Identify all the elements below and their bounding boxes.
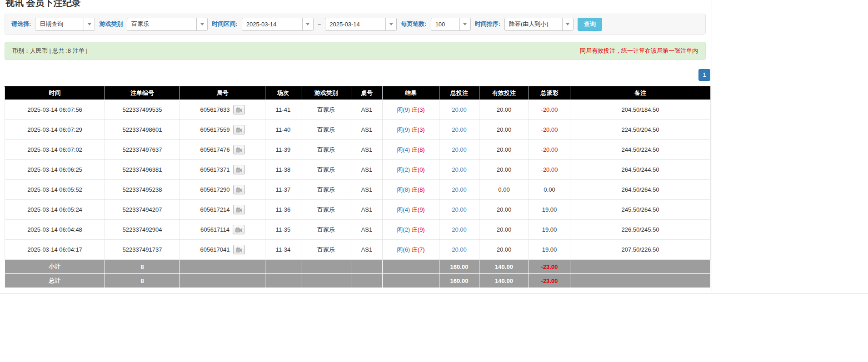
cell-empty bbox=[383, 274, 439, 288]
video-replay-button[interactable] bbox=[233, 165, 245, 174]
page-number-button[interactable]: 1 bbox=[698, 69, 710, 81]
column-header-note: 备注 bbox=[570, 87, 711, 100]
sort-order-select[interactable]: 降幂(由大到小) bbox=[504, 18, 574, 31]
table-row: 2025-03-14 06:07:56522337499535605617633… bbox=[5, 100, 711, 120]
video-camera-icon bbox=[236, 107, 242, 113]
cell-table-no: AS1 bbox=[351, 240, 383, 260]
game-type-select[interactable]: 百家乐 bbox=[127, 18, 208, 31]
chevron-down-icon[interactable] bbox=[562, 18, 573, 30]
cell-empty bbox=[180, 274, 265, 288]
page-size-label: 每页笔数: bbox=[401, 20, 426, 28]
cell-note: 264.50/244.50 bbox=[570, 160, 711, 180]
table-row: 2025-03-14 06:04:17522337491737605617041… bbox=[5, 240, 711, 260]
cell-empty bbox=[301, 274, 351, 288]
cell-result: 闲(6) 庄(7) bbox=[383, 240, 439, 260]
chevron-down-icon[interactable] bbox=[302, 18, 313, 30]
cell-round-id: 605617114 bbox=[180, 220, 265, 240]
cell-total-bet[interactable]: 20.00 bbox=[439, 140, 479, 160]
cell-result: 闲(9) 庄(3) bbox=[383, 120, 439, 140]
cell-empty bbox=[570, 274, 711, 288]
chevron-down-icon[interactable] bbox=[459, 18, 470, 30]
video-replay-button[interactable] bbox=[233, 105, 245, 114]
video-replay-button[interactable] bbox=[233, 225, 244, 234]
cell-bet-id: 522337498601 bbox=[105, 120, 180, 140]
cell-valid-bet: 20.00 bbox=[479, 120, 529, 140]
chevron-down-icon[interactable] bbox=[196, 18, 207, 30]
video-replay-button[interactable] bbox=[233, 125, 245, 134]
video-camera-icon bbox=[236, 127, 242, 133]
chevron-down-icon[interactable] bbox=[385, 18, 396, 30]
result-banker: 庄(9) bbox=[412, 226, 425, 233]
cell-total-bet[interactable]: 20.00 bbox=[439, 200, 479, 220]
cell-round-id: 605617633 bbox=[180, 100, 265, 120]
query-type-value: 日期查询 bbox=[35, 20, 84, 28]
column-header-round-id: 局号 bbox=[180, 87, 265, 100]
cell-round-id: 605617476 bbox=[180, 140, 265, 160]
column-header-table-no: 桌号 bbox=[351, 87, 383, 100]
cell-total-bet[interactable]: 20.00 bbox=[439, 120, 479, 140]
round-id-text: 605617559 bbox=[200, 126, 229, 133]
cell-note: 226.50/245.50 bbox=[570, 220, 711, 240]
cell-total-bet[interactable]: 20.00 bbox=[439, 220, 479, 240]
search-button[interactable]: 查询 bbox=[578, 18, 602, 31]
query-type-select[interactable]: 日期查询 bbox=[35, 18, 95, 31]
cell-game-type: 百家乐 bbox=[301, 240, 351, 260]
game-type-value: 百家乐 bbox=[127, 20, 196, 28]
cell-note: 224.50/204.50 bbox=[570, 120, 711, 140]
cell-payout: 0.00 bbox=[529, 180, 570, 200]
currency-total-summary: 币别：人民币 | 总共 :8 注单 | bbox=[12, 47, 88, 55]
total-total-bet: 160.00 bbox=[439, 274, 479, 288]
video-replay-button[interactable] bbox=[233, 205, 245, 214]
cell-payout: -20.00 bbox=[529, 120, 570, 140]
cell-table-no: AS1 bbox=[351, 120, 383, 140]
result-banker: 庄(0) bbox=[412, 166, 425, 173]
cell-valid-bet: 0.00 bbox=[479, 180, 529, 200]
video-replay-button[interactable] bbox=[233, 185, 245, 194]
cell-payout: -20.00 bbox=[529, 140, 570, 160]
page: 视讯 会员下注纪录 请选择: 日期查询 游戏类别 百家乐 时间区间: 2025-… bbox=[0, 0, 868, 359]
content-right-divider bbox=[712, 0, 712, 293]
cell-total-bet[interactable]: 20.00 bbox=[439, 100, 479, 120]
cell-game-type: 百家乐 bbox=[301, 140, 351, 160]
column-header-total-bet: 总投注 bbox=[439, 87, 479, 100]
chevron-down-icon[interactable] bbox=[84, 18, 95, 30]
cell-empty bbox=[383, 260, 439, 274]
date-to-input[interactable]: 2025-03-14 bbox=[325, 18, 397, 31]
cell-time: 2025-03-14 06:07:29 bbox=[5, 120, 105, 140]
cell-payout: 19.00 bbox=[529, 200, 570, 220]
cell-time: 2025-03-14 06:07:56 bbox=[5, 100, 105, 120]
cell-valid-bet: 20.00 bbox=[479, 100, 529, 120]
valid-bet-notice: 同局有效投注，统一计算在该局第一张注单内 bbox=[580, 47, 698, 55]
cell-table-no: AS1 bbox=[351, 180, 383, 200]
cell-session: 11-37 bbox=[265, 180, 301, 200]
round-id-text: 605617041 bbox=[200, 246, 229, 253]
column-header-result: 结果 bbox=[383, 87, 439, 100]
total-label: 总计 bbox=[5, 274, 105, 288]
frame-bottom-divider bbox=[0, 293, 868, 293]
cell-time: 2025-03-14 06:06:25 bbox=[5, 160, 105, 180]
table-header-row: 时间 注单编号 局号 场次 游戏类别 桌号 结果 总投注 有效投注 总派彩 备注 bbox=[5, 87, 711, 100]
video-replay-button[interactable] bbox=[233, 245, 245, 254]
cell-result: 闲(2) 庄(9) bbox=[383, 220, 439, 240]
cell-empty bbox=[180, 260, 265, 274]
date-range-separator: ~ bbox=[318, 21, 321, 28]
cell-note: 204.50/184.50 bbox=[570, 100, 711, 120]
date-from-input[interactable]: 2025-03-14 bbox=[242, 18, 314, 31]
page-size-select[interactable]: 100 bbox=[431, 18, 471, 31]
pagination: 1 bbox=[5, 69, 710, 81]
cell-valid-bet: 20.00 bbox=[479, 140, 529, 160]
round-id-text: 605617371 bbox=[200, 166, 229, 173]
result-banker: 庄(3) bbox=[412, 126, 425, 133]
round-id-text: 605617633 bbox=[200, 106, 229, 113]
cell-session: 11-41 bbox=[265, 100, 301, 120]
cell-total-bet[interactable]: 20.00 bbox=[439, 160, 479, 180]
total-count: 8 bbox=[105, 274, 180, 288]
video-replay-button[interactable] bbox=[233, 145, 245, 154]
cell-session: 11-34 bbox=[265, 240, 301, 260]
cell-total-bet[interactable]: 20.00 bbox=[439, 180, 479, 200]
cell-total-bet[interactable]: 20.00 bbox=[439, 240, 479, 260]
cell-session: 11-40 bbox=[265, 120, 301, 140]
cell-time: 2025-03-14 06:05:52 bbox=[5, 180, 105, 200]
cell-empty bbox=[265, 274, 301, 288]
result-player: 闲(8) bbox=[397, 186, 410, 193]
